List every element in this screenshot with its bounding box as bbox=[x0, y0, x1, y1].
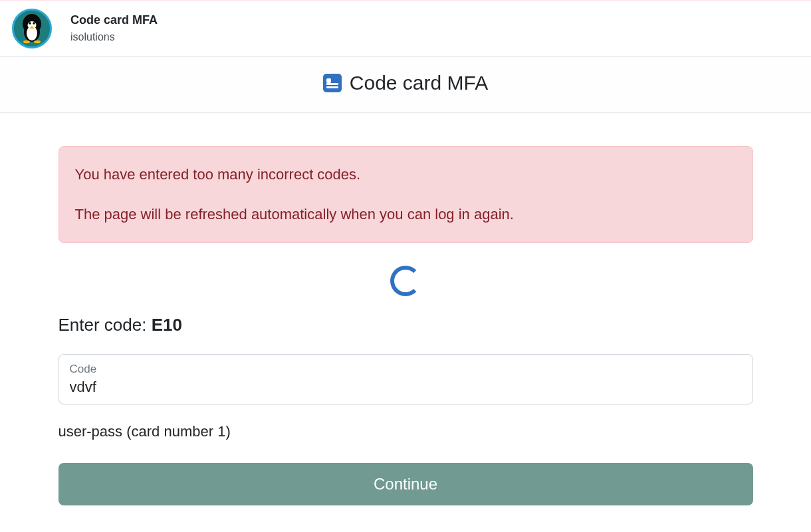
header-text-block: Code card MFA isolutions bbox=[70, 12, 158, 44]
svg-point-4 bbox=[29, 22, 31, 25]
code-input-label: Code bbox=[70, 361, 742, 377]
header-subtitle: isolutions bbox=[70, 29, 158, 45]
code-input[interactable] bbox=[70, 379, 742, 396]
loading-spinner-icon bbox=[390, 266, 421, 296]
alert-line-1: You have entered too many incorrect code… bbox=[75, 164, 737, 185]
page-title-bar: Code card MFA bbox=[0, 57, 811, 113]
svg-point-8 bbox=[34, 41, 41, 43]
spinner-container bbox=[58, 262, 753, 315]
error-alert: You have entered too many incorrect code… bbox=[58, 146, 753, 243]
svg-point-7 bbox=[23, 41, 30, 43]
penguin-icon bbox=[18, 13, 46, 44]
avatar bbox=[12, 9, 52, 48]
continue-button[interactable]: Continue bbox=[58, 463, 753, 505]
svg-point-5 bbox=[33, 22, 35, 25]
enter-code-prompt: Enter code: E10 bbox=[58, 315, 753, 335]
header-title: Code card MFA bbox=[70, 12, 158, 29]
alert-line-2: The page will be refreshed automatically… bbox=[75, 204, 737, 225]
code-input-wrapper[interactable]: Code bbox=[58, 354, 753, 404]
page-title: Code card MFA bbox=[350, 72, 488, 94]
app-header: Code card MFA isolutions bbox=[0, 1, 811, 57]
prompt-prefix: Enter code: bbox=[58, 315, 152, 335]
id-card-icon bbox=[323, 74, 342, 92]
card-info-text: user-pass (card number 1) bbox=[58, 423, 753, 440]
main-content: You have entered too many incorrect code… bbox=[58, 113, 753, 532]
code-reference: E10 bbox=[152, 315, 182, 335]
